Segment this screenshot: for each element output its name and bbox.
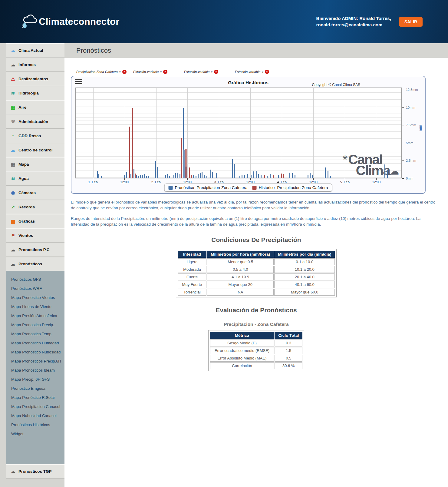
sidebar-subitem-mapa-pronostico-nubosidad[interactable]: Mapa Pronostico Nubosidad: [6, 347, 64, 356]
sidebar-item-centro-de-control[interactable]: ☁Centro de control: [6, 143, 64, 157]
bar-pronostico: [98, 174, 99, 178]
sidebar-subitem-mapa-pronostico-humedad[interactable]: Mapa Pronostico Humedad: [6, 338, 64, 347]
bar-pronostico: [140, 175, 141, 178]
sidebar-item-label: Centro de control: [18, 148, 53, 152]
x-tick-label: 2. Feb: [151, 180, 160, 184]
sidebar-item-informes[interactable]: ☁Informes: [6, 58, 64, 72]
grid-vline: [187, 88, 188, 178]
bar-pronostico: [253, 171, 254, 178]
legend-item-pronostico[interactable]: Pronóstico -Precipitacion-Zona Cafetera: [169, 185, 248, 190]
x-tick-mark: [345, 178, 345, 180]
bar-pronostico: [206, 176, 207, 178]
bar-historico: [264, 175, 265, 178]
sidebar-item-graficas[interactable]: ▆Gráficas: [6, 214, 64, 228]
chevron-down-icon[interactable]: ∨: [160, 70, 162, 73]
welcome-text: Bienvenido ADMIN: Ronald Torres, ronald.…: [316, 15, 391, 28]
sidebar-subitem-mapa-pronostico-vientos[interactable]: Mapa Pronostico Vientos: [6, 293, 64, 302]
map-icon: ▦: [10, 162, 16, 167]
table-cell: Torrencial: [178, 289, 207, 296]
sidebar-subitem-mapa-pronostico-temp[interactable]: Mapa Pronostico Temp.: [6, 329, 64, 338]
note-paragraph-2: Rangos de Intensidad de la Precipitación…: [71, 216, 436, 227]
sidebar-subitem-mapa-pronosticos-ideam[interactable]: Mapa Pronosticos Ideam: [6, 366, 64, 375]
logout-button[interactable]: SALIR: [399, 17, 423, 27]
bar-pronostico: [289, 173, 290, 178]
sidebar-item-agua[interactable]: ≋Agua: [6, 171, 64, 186]
table-cell: 10.1 a 20.0: [274, 266, 335, 273]
table-cell: Muy Fuerte: [178, 281, 207, 288]
close-icon[interactable]: ×: [163, 70, 167, 74]
sidebar-item-records[interactable]: ↗Records: [6, 200, 64, 214]
table-cell: 0.1 a 10.0: [274, 258, 335, 265]
sidebar-item-label: Agua: [18, 176, 29, 181]
chevron-down-icon[interactable]: ∨: [211, 70, 213, 73]
sidebar-item-gdd-rosas[interactable]: ↑GDD Rosas: [6, 129, 64, 143]
bar-historico: [283, 174, 284, 178]
sidebar-item-hidrologia[interactable]: ≋Hidrología: [6, 86, 64, 100]
filter-label[interactable]: Estación-variable: [133, 70, 159, 74]
sidebar-subitem-mapa-lineas-de-viento[interactable]: Mapa Lineas de Viento: [6, 302, 64, 311]
table-cell: Mayor que 60.0: [274, 289, 335, 296]
air-icon: ▦: [10, 105, 16, 110]
sidebar-subitem-mapa-presion-atmosferica[interactable]: Mapa Presión Atmosférica: [6, 311, 64, 320]
chart-copyright: Copyright © Canal Clima SAS: [312, 83, 360, 87]
table-cell: Error Absoluto Medio (MAE): [210, 355, 274, 362]
sidebar-subitem-pronosticos-wrf[interactable]: Pronósticos WRF: [6, 284, 64, 293]
sidebar-subitem-pronosticos-historicos[interactable]: Pronósticos Históricos: [6, 420, 64, 429]
y-axis: 0mm2.5mm5mm7.5mm10mm12.5mm: [402, 88, 426, 178]
y-tick-mark: [402, 143, 404, 143]
x-tick-mark: [313, 178, 314, 180]
grid-vline: [282, 88, 282, 178]
sidebar-subitem-mapa-pronosticos-precip-6h[interactable]: Mapa Pronosticos Precip.6H: [6, 356, 64, 366]
brand: Climateconnector: [21, 13, 120, 30]
evaluation-table: MétricaCiclo TotalSesgo Medio (E)0.3Erro…: [208, 330, 304, 371]
y-tick-label: 10mm: [406, 106, 415, 109]
bar-pronostico: [169, 176, 170, 178]
sidebar-subitem-pronosticos-gfs[interactable]: Pronósticos GFS: [6, 275, 64, 284]
bar-pronostico: [387, 170, 388, 178]
close-icon[interactable]: ×: [214, 70, 218, 74]
bar-pronostico: [308, 175, 308, 178]
sidebar-subitem-widget[interactable]: Widget: [6, 429, 64, 438]
sidebar-item-label: Gráficas: [18, 219, 35, 224]
bar-pronostico: [142, 175, 143, 178]
sidebar-item-label: Mapa: [18, 162, 29, 167]
table-cell: Error cuadratico medio (RMSE): [210, 347, 274, 354]
plot-area: ✳Canal Clima☁: [75, 88, 402, 178]
sidebar-item-clima-actual[interactable]: ☁Clima Actual: [6, 43, 64, 58]
chart-legend: Pronóstico -Precipitacion-Zona CafeteraH…: [164, 184, 332, 192]
sidebar-item-administracion[interactable]: ⚒Administración: [6, 114, 64, 129]
cloud-sun-icon: ☁: [10, 48, 16, 53]
filters-row: Precipitacion-Zona Cafetera∨×Estación-va…: [76, 69, 448, 74]
sidebar-item-pronosticos-tgp[interactable]: ☁Pronósticos TGP: [6, 464, 64, 479]
chevron-down-icon[interactable]: ∨: [119, 70, 121, 73]
table-cell: 4.1 a 19.9: [207, 273, 274, 280]
filter-label[interactable]: Estación-variable: [184, 70, 209, 74]
bar-pronostico: [325, 167, 326, 178]
table-cell: NA: [207, 289, 274, 296]
sidebar-subitem-mapa-pronostico-precip[interactable]: Mapa Pronostico Precip.: [6, 320, 64, 329]
sidebar-subitem-pronostico-emgesa[interactable]: Pronostico Emgesa: [6, 384, 64, 393]
evaluation-subtitle: Precipitacion - Zona Cafetera: [64, 322, 448, 327]
table-cell: 20.1 a 40.0: [274, 273, 335, 280]
close-icon[interactable]: ×: [122, 70, 127, 74]
sidebar-subitem-mapa-pronostico-r-solar[interactable]: Mapa Pronóstico R.Solar: [6, 393, 64, 402]
close-icon[interactable]: ×: [265, 70, 269, 74]
sidebar-subitem-mapa-precip-6h-gfs[interactable]: Mapa Precip. 6H GFS: [6, 375, 64, 384]
waves-icon: ≋: [10, 91, 16, 96]
sidebar-item-camaras[interactable]: ◉Cámaras: [6, 186, 64, 200]
sidebar-item-pronosticos-p-c[interactable]: ☁Pronosticos P.C: [6, 243, 64, 257]
bar-pronostico: [138, 176, 139, 178]
table-cell: 0.5 a 4.0: [207, 266, 274, 273]
sidebar-item-pronosticos[interactable]: ☁Pronósticos: [6, 257, 64, 271]
sidebar-item-mapa[interactable]: ▦Mapa: [6, 157, 64, 171]
sidebar-subitem-mapa-nubosidad-canacol[interactable]: Mapa Nubosidad Canacol: [6, 411, 64, 420]
bar-pronostico: [126, 172, 127, 178]
sidebar-item-aire[interactable]: ▦Aire: [6, 100, 64, 114]
filter-label[interactable]: Estación-variable: [235, 70, 260, 74]
sidebar-item-deslizamientos[interactable]: ⚠Deslizamientos: [6, 72, 64, 86]
chevron-down-icon[interactable]: ∨: [262, 70, 264, 73]
filter-label[interactable]: Precipitacion-Zona Cafetera: [76, 70, 118, 74]
sidebar-subitem-mapa-precipitacion-canacol[interactable]: Mapa Precipitacion Canacol: [6, 402, 64, 411]
sidebar-item-vientos[interactable]: ⚑Vientos: [6, 228, 64, 243]
legend-item-historico[interactable]: Historico -Precipitacion-Zona Cafetera: [252, 185, 328, 190]
